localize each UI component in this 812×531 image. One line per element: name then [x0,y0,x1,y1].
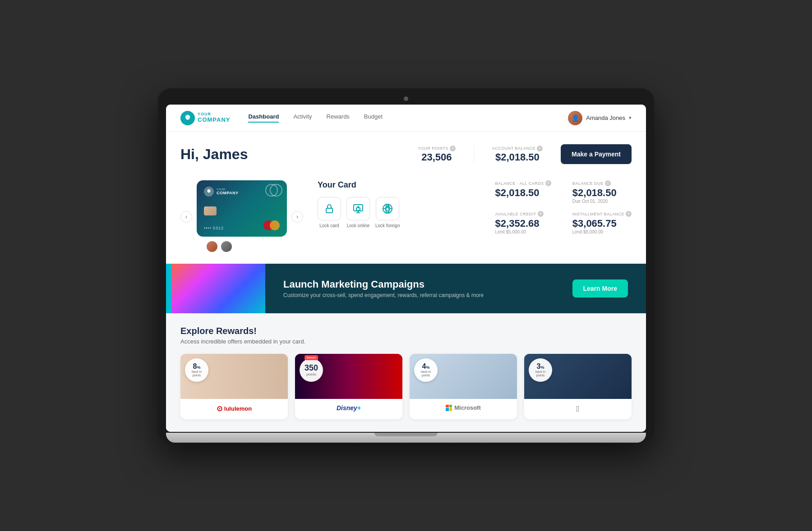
card-logo: YOUR COMPANY [204,187,280,197]
svg-rect-0 [326,208,332,213]
nav-activity[interactable]: Activity [293,113,312,123]
nav-rewards[interactable]: Rewards [327,113,350,123]
rewards-subtitle: Access incredible offers embedded in you… [180,338,632,345]
stat-installment-balance: INSTALLMENT BALANCE ? $3,065.75 Limit $8… [572,211,632,234]
lock-online-icon [346,197,370,220]
rewards-title: Explore Rewards! [180,326,632,336]
card-controls: Lock card Lock online [318,197,472,228]
balance-all-info-icon[interactable]: ? [545,180,551,186]
available-credit-info-icon[interactable]: ? [538,211,544,217]
laptop-camera [404,96,408,101]
hero-stats: YOUR POINTS ? 23,506 ACCOUNT BALANCE ? $… [418,144,632,164]
reward-image-lululemon: 8% back inpoints [180,354,288,399]
stat-installment-balance-label: INSTALLMENT BALANCE ? [572,211,632,217]
nav-user[interactable]: 👤 Amanda Jones ▾ [568,111,632,125]
hero-section: Hi, James YOUR POINTS ? 23,506 ACCOUNT B… [166,132,646,173]
your-card-section: Your Card Lock card [318,180,472,228]
points-label: YOUR POINTS ? [418,146,456,151]
stat-balance-due-label: BALANCE DUE ? [572,180,632,186]
stat-available-credit-sub: Limit $5,000.00 [495,229,554,234]
lock-card-label: Lock card [319,223,339,228]
card-bottom: •••• 5312 [204,220,280,230]
logo-text: YOUR COMPANY [198,112,230,123]
brand-name-apple:  [577,404,580,414]
card-carousel: ‹ YOUR COMPANY [180,180,303,253]
reward-footer-microsoft: Microsoft [410,399,517,417]
rewards-section: Explore Rewards! Access incredible offer… [166,313,646,432]
nav-budget[interactable]: Budget [364,113,383,123]
reward-image-disney: bonus! 350 points [295,354,402,399]
banner-title: Launch Marketing Campaigns [283,279,554,290]
navigation: YOUR COMPANY Dashboard Activity Rewards … [166,105,646,132]
lock-foreign-label: Lock foreign [375,223,400,228]
logo-icon [180,111,195,125]
card-chip [204,206,217,215]
reward-footer-apple:  [524,399,632,419]
laptop-base-notch [374,433,438,436]
mastercard-logo [263,220,280,230]
banner-content: Launch Marketing Campaigns Customize you… [265,279,572,298]
lock-foreign-icon [376,197,399,220]
stat-available-credit-value: $2,352.68 [495,218,554,229]
laptop-screen: YOUR COMPANY Dashboard Activity Rewards … [166,105,646,432]
card-logo-icon [204,187,214,197]
stat-balance-all: BALANCE · ALL CARDS ? $2,018.50 [495,180,554,204]
points-info-icon[interactable]: ? [450,146,456,151]
avatar: 👤 [568,111,582,125]
reward-badge-apple: 3% back inpoints [529,358,552,382]
username: Amanda Jones [586,114,625,121]
your-card-title: Your Card [318,180,472,190]
reward-footer-lululemon: ⊙ lululemon [180,399,288,418]
svg-rect-2 [356,208,360,211]
brand-name-microsoft: Microsoft [446,404,481,411]
reward-card-microsoft[interactable]: 4% back inpoints Microsoft [410,354,517,419]
reward-card-lululemon[interactable]: 8% back inpoints ⊙ lululemon [180,354,288,419]
stat-balance-due-value: $2,018.50 [572,187,632,199]
make-payment-button[interactable]: Make a Payment [561,144,632,164]
chevron-down-icon: ▾ [629,115,632,121]
card-logo-company: COMPANY [217,191,239,195]
logo: YOUR COMPANY [180,111,230,125]
laptop-frame: YOUR COMPANY Dashboard Activity Rewards … [158,88,654,443]
reward-card-apple[interactable]: 3% back inpoints  [524,354,632,419]
balance-stat: ACCOUNT BALANCE ? $2,018.50 [492,146,543,163]
card-number: •••• 5312 [204,226,224,230]
installment-balance-info-icon[interactable]: ? [626,211,632,217]
logo-company: COMPANY [198,117,230,123]
divider [474,145,474,163]
carousel-prev-button[interactable]: ‹ [180,211,192,223]
balance-due-info-icon[interactable]: ? [605,180,611,186]
balance-info-icon[interactable]: ? [537,146,543,151]
banner-accent-bar [166,264,171,313]
points-stat: YOUR POINTS ? 23,506 [418,146,456,163]
card-user-avatars [197,237,287,253]
brand-name-disney: Disney+ [337,404,361,412]
nav-dashboard[interactable]: Dashboard [248,113,279,123]
reward-image-microsoft: 4% back inpoints [410,354,517,399]
card-wrapper: YOUR COMPANY •••• 5312 [197,180,287,253]
user-avatar-1 [206,240,218,253]
stat-balance-all-value: $2,018.50 [495,187,554,199]
lock-online-label: Lock online [347,223,370,228]
reward-badge-microsoft: 4% back inpoints [414,358,438,382]
card-stats: BALANCE · ALL CARDS ? $2,018.50 BALANCE … [486,180,632,234]
reward-card-disney[interactable]: bonus! 350 points Disney+ [295,354,402,419]
reward-footer-disney: Disney+ [295,399,402,417]
stat-available-credit: AVAILABLE CREDIT ? $2,352.68 Limit $5,00… [495,211,554,234]
brand-name-lululemon: ⊙ lululemon [217,404,252,413]
lock-foreign-control[interactable]: Lock foreign [375,197,400,228]
balance-label: ACCOUNT BALANCE ? [492,146,543,151]
stat-installment-balance-value: $3,065.75 [572,218,632,229]
lock-online-control[interactable]: Lock online [346,197,370,228]
points-value: 23,506 [418,151,456,163]
lock-card-control[interactable]: Lock card [318,197,341,228]
marketing-banner: Launch Marketing Campaigns Customize you… [166,264,646,313]
reward-image-apple: 3% back inpoints [524,354,632,399]
user-avatar-2 [220,240,233,253]
banner-subtitle: Customize your cross-sell, spend engagem… [283,292,554,298]
carousel-next-button[interactable]: › [291,211,303,223]
stat-balance-due: BALANCE DUE ? $2,018.50 Due Oct 01, 2020 [572,180,632,204]
learn-more-button[interactable]: Learn More [572,279,628,298]
bonus-tag: bonus! [304,355,318,360]
lock-card-icon [318,197,341,220]
